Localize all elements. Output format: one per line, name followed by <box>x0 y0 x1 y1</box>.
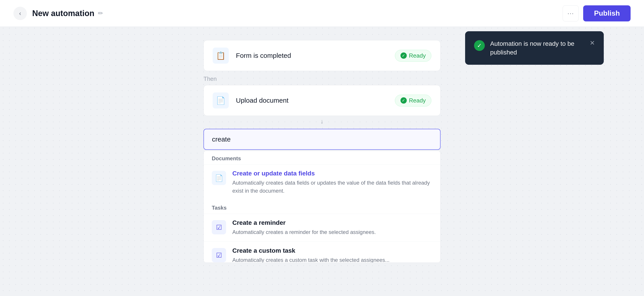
trigger-badge-label: Ready <box>409 52 426 59</box>
toast-check-icon: ✓ <box>474 40 485 51</box>
more-options-button[interactable]: ··· <box>562 5 579 21</box>
trigger-card[interactable]: 📋 Form is completed ✓ Ready <box>204 40 440 71</box>
dropdown-item-create-custom-task[interactable]: ☑ Create a custom task Automatically cre… <box>204 242 440 263</box>
trigger-check-icon: ✓ <box>400 52 407 59</box>
action-ready-badge: ✓ Ready <box>395 95 431 107</box>
header-right: ··· Publish <box>562 5 630 21</box>
trigger-icon-glyph: 📋 <box>216 51 226 60</box>
action-check-icon: ✓ <box>400 97 407 104</box>
app-header: ‹ New automation ✏ ··· Publish <box>0 0 644 27</box>
item-icon-glyph-reminder: ☑ <box>216 223 222 231</box>
toast-notification: ✓ Automation is now ready to be publishe… <box>465 31 604 65</box>
section-header-documents: Documents <box>204 151 440 164</box>
more-icon: ··· <box>568 10 574 17</box>
automation-canvas: 📋 Form is completed ✓ Ready Then 📄 Uploa… <box>0 27 644 296</box>
back-icon: ‹ <box>19 10 21 17</box>
item-title-create-update: Create or update data fields <box>232 170 432 177</box>
title-wrap: New automation ✏ <box>32 9 103 18</box>
item-desc-create-update: Automatically creates data fields or upd… <box>232 179 432 195</box>
toast-close-button[interactable]: ✕ <box>590 39 595 47</box>
item-content-create-update: Create or update data fields Automatical… <box>232 170 432 195</box>
trigger-icon: 📋 <box>213 48 229 64</box>
dropdown-item-create-reminder[interactable]: ☑ Create a reminder Automatically create… <box>204 214 440 242</box>
dropdown-scroll[interactable]: Documents 📄 Create or update data fields… <box>204 151 440 263</box>
toast-text: Automation is now ready to be published <box>490 39 584 57</box>
section-header-tasks: Tasks <box>204 200 440 214</box>
action-icon-glyph: 📄 <box>216 96 226 105</box>
content-area: 📋 Form is completed ✓ Ready Then 📄 Uploa… <box>204 27 440 276</box>
item-icon-create-update: 📄 <box>212 171 226 185</box>
trigger-ready-badge: ✓ Ready <box>395 50 431 62</box>
item-title-reminder: Create a reminder <box>232 219 432 226</box>
arrow-connector: ↓ <box>320 116 324 127</box>
back-button[interactable]: ‹ <box>14 7 27 20</box>
edit-icon[interactable]: ✏ <box>98 9 103 17</box>
item-content-reminder: Create a reminder Automatically creates … <box>232 219 432 236</box>
page-title: New automation <box>32 9 94 18</box>
dropdown-item-create-update-data-fields[interactable]: 📄 Create or update data fields Automatic… <box>204 164 440 200</box>
item-desc-reminder: Automatically creates a reminder for the… <box>232 228 432 236</box>
publish-button[interactable]: Publish <box>583 5 630 21</box>
action-card[interactable]: 📄 Upload document ✓ Ready <box>204 85 440 116</box>
then-label: Then <box>204 71 217 85</box>
item-content-custom-task: Create a custom task Automatically creat… <box>232 247 432 263</box>
item-icon-custom-task: ☑ <box>212 248 226 262</box>
header-left: ‹ New automation ✏ <box>14 7 103 20</box>
item-icon-reminder: ☑ <box>212 220 226 234</box>
arrow-icon: ↓ <box>320 118 324 125</box>
action-icon: 📄 <box>213 92 229 109</box>
trigger-label: Form is completed <box>236 52 388 59</box>
item-title-custom-task: Create a custom task <box>232 247 432 254</box>
item-desc-custom-task: Automatically creates a custom task with… <box>232 256 432 263</box>
action-badge-label: Ready <box>409 97 426 104</box>
item-icon-glyph-create-update: 📄 <box>215 174 223 182</box>
item-icon-glyph-custom-task: ☑ <box>216 251 222 259</box>
action-label: Upload document <box>236 97 388 104</box>
action-dropdown: Documents 📄 Create or update data fields… <box>204 151 440 263</box>
action-search-input[interactable] <box>204 129 440 150</box>
